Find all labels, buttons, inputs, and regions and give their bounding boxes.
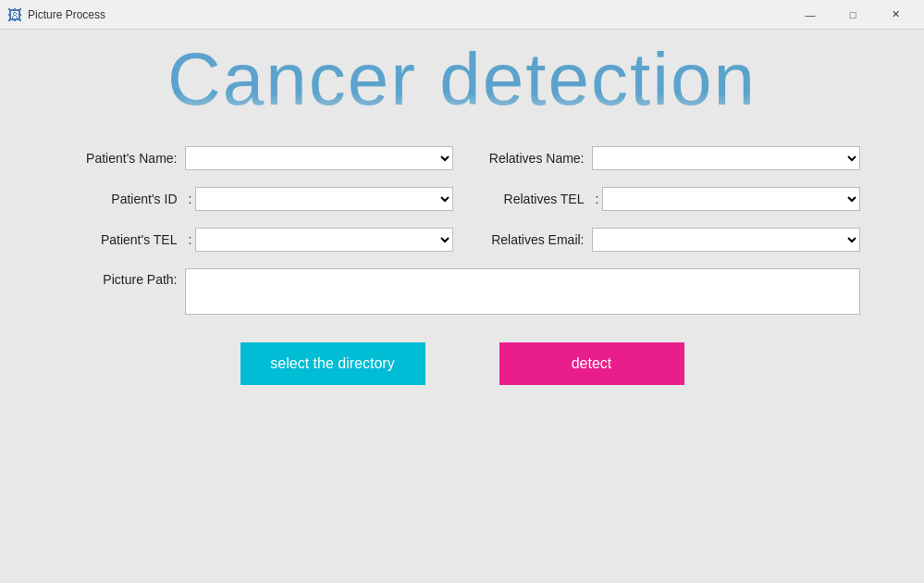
relatives-name-select[interactable] — [592, 146, 860, 170]
title-bar-left: 🖼 Picture Process — [7, 7, 105, 22]
relatives-name-label: Relatives Name: — [472, 151, 592, 166]
buttons-row: select the directory detect — [240, 342, 684, 385]
patient-tel-group: Patient's TEL : — [65, 228, 453, 252]
patient-id-group: Patient's ID : — [65, 187, 453, 211]
relatives-tel-select[interactable] — [602, 187, 859, 211]
relatives-email-select[interactable] — [592, 228, 860, 252]
window-controls: — □ ✕ — [789, 0, 917, 30]
app-icon: 🖼 — [7, 7, 22, 22]
form-row-2: Patient's ID : Relatives TEL : — [65, 187, 860, 211]
patient-name-group: Patient's Name: — [65, 146, 453, 170]
minimize-button[interactable]: — — [789, 0, 832, 30]
select-directory-button[interactable]: select the directory — [240, 342, 425, 385]
main-content: Cancer detection Patient's Name: Relativ… — [0, 30, 924, 583]
patient-tel-label: Patient's TEL — [65, 232, 185, 247]
window-title: Picture Process — [28, 8, 105, 21]
relatives-tel-colon: : — [592, 192, 603, 206]
relatives-email-label: Relatives Email: — [472, 232, 592, 247]
picture-path-label: Picture Path: — [65, 268, 185, 287]
patient-id-select[interactable] — [195, 187, 452, 211]
patient-name-select[interactable] — [185, 146, 453, 170]
relatives-tel-label: Relatives TEL — [472, 192, 592, 206]
title-bar: 🖼 Picture Process — □ ✕ — [0, 0, 924, 30]
form-area: Patient's Name: Relatives Name: Patient'… — [65, 146, 860, 333]
patient-tel-colon: : — [185, 232, 196, 247]
patient-id-label: Patient's ID — [65, 192, 185, 206]
close-button[interactable]: ✕ — [874, 0, 917, 30]
relatives-name-group: Relatives Name: — [472, 146, 860, 170]
picture-path-row: Picture Path: — [65, 268, 860, 315]
detect-button[interactable]: detect — [499, 342, 684, 385]
relatives-email-group: Relatives Email: — [472, 228, 860, 252]
picture-path-textarea[interactable] — [185, 268, 860, 315]
form-row-3: Patient's TEL : Relatives Email: — [65, 228, 860, 252]
form-row-1: Patient's Name: Relatives Name: — [65, 146, 860, 170]
patient-name-label: Patient's Name: — [65, 151, 185, 166]
relatives-tel-group: Relatives TEL : — [472, 187, 860, 211]
patient-tel-select[interactable] — [195, 228, 452, 252]
maximize-button[interactable]: □ — [832, 0, 874, 30]
app-title: Cancer detection — [167, 39, 757, 130]
patient-id-colon: : — [185, 192, 196, 206]
